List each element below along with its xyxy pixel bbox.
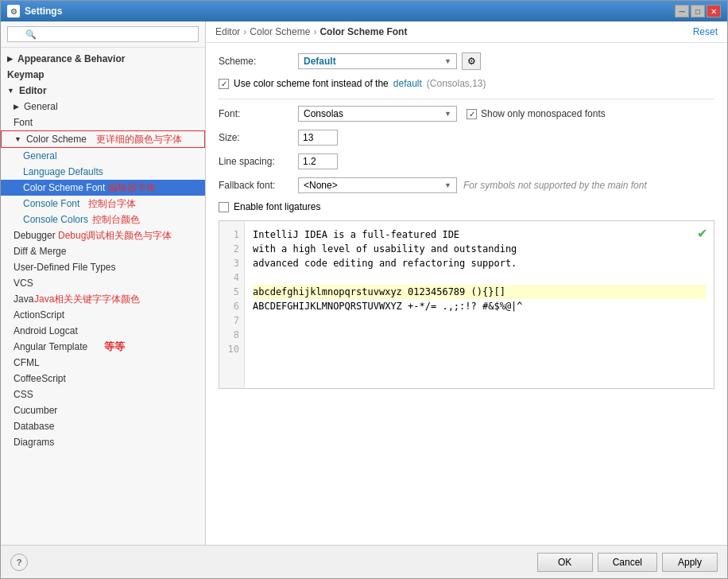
sidebar-item-cucumber[interactable]: Cucumber	[1, 402, 205, 418]
sidebar-label: General	[23, 150, 57, 161]
code-preview: IntelliJ IDEA is a full-featured IDE wit…	[245, 221, 714, 388]
sidebar-label: Font	[14, 117, 33, 128]
sidebar-item-editor[interactable]: ▼ Editor	[1, 83, 205, 99]
sidebar-item-actionscript[interactable]: ActionScript	[1, 307, 205, 323]
sidebar-label: Diagrams	[14, 437, 54, 448]
line-numbers: 1 2 3 4 5 6 7 8 10	[219, 221, 245, 388]
search-input[interactable]	[7, 26, 199, 42]
sidebar-item-debugger[interactable]: Debugger Debug调试相关颜色与字体	[1, 227, 205, 243]
sidebar-item-keymap[interactable]: Keymap	[1, 67, 205, 83]
ligatures-checkbox[interactable]	[219, 202, 229, 212]
line-num: 3	[224, 256, 239, 270]
sidebar-item-console-font[interactable]: Console Font 控制台字体	[1, 196, 205, 212]
font-dropdown[interactable]: Consolas ▼	[298, 106, 457, 122]
breadcrumb-sep1: ›	[243, 26, 246, 37]
title-bar: ⚙ Settings ─ □ ✕	[1, 1, 727, 21]
settings-icon: ⚙	[7, 5, 20, 17]
footer: ? OK Cancel Apply	[1, 545, 727, 578]
fallback-label: Fallback font:	[219, 180, 298, 191]
preview-area: ✔ 1 2 3 4 5 6 7 8 10	[219, 220, 714, 389]
annotation-java: Java相关关键字字体颜色	[34, 293, 140, 306]
line-spacing-row: Line spacing:	[219, 153, 714, 169]
font-row: Font: Consolas ▼ Show only monospaced fo…	[219, 106, 714, 122]
sidebar-item-console-colors[interactable]: Console Colors 控制台颜色	[1, 212, 205, 227]
sidebar-item-coffeescript[interactable]: CoffeeScript	[1, 371, 205, 387]
sidebar-item-css[interactable]: CSS	[1, 387, 205, 402]
breadcrumb-editor: Editor	[215, 26, 240, 37]
apply-button[interactable]: Apply	[662, 553, 718, 572]
sidebar-label: Editor	[19, 85, 47, 96]
sidebar-label: Angular Template	[14, 341, 87, 352]
sidebar-item-cfml[interactable]: CFML	[1, 355, 205, 371]
line-num: 1	[224, 227, 239, 242]
ok-button[interactable]: OK	[537, 553, 593, 572]
help-button[interactable]: ?	[10, 554, 28, 571]
minimize-button[interactable]: ─	[675, 5, 689, 17]
code-line-1: IntelliJ IDEA is a full-featured IDE	[253, 227, 706, 242]
cancel-button[interactable]: Cancel	[598, 553, 657, 572]
maximize-button[interactable]: □	[691, 5, 705, 17]
ligatures-row: Enable font ligatures	[219, 201, 714, 212]
sidebar-item-color-scheme-font[interactable]: Color Scheme Font 编辑器字体	[1, 180, 205, 196]
sidebar-label: VCS	[14, 278, 33, 289]
sidebar-item-appearance[interactable]: ▶ Appearance & Behavior	[1, 51, 205, 67]
sidebar-label: General	[24, 101, 58, 112]
arrow-icon: ▼	[7, 87, 14, 95]
sidebar-item-general[interactable]: ▶ General	[1, 99, 205, 115]
search-box	[1, 21, 205, 48]
line-num: 6	[224, 299, 239, 313]
sidebar: ▶ Appearance & Behavior Keymap ▼ Editor …	[1, 21, 206, 545]
sidebar-item-color-scheme[interactable]: ▼ Color Scheme	[1, 130, 205, 148]
sidebar-item-android-logcat[interactable]: Android Logcat	[1, 323, 205, 339]
reset-link[interactable]: Reset	[693, 26, 718, 37]
sidebar-item-font[interactable]: Font	[1, 115, 205, 130]
sidebar-label: CoffeeScript	[14, 373, 66, 384]
sidebar-item-language-defaults[interactable]: Language Defaults	[1, 164, 205, 180]
sidebar-label: Console Font	[23, 198, 79, 209]
use-color-scheme-font-label: Use color scheme font instead of the	[234, 78, 389, 89]
show-monospaced-label: Show only monospaced fonts	[481, 108, 606, 119]
sidebar-item-cs-general[interactable]: General	[1, 148, 205, 164]
sidebar-label: Java	[14, 293, 33, 305]
annotation-debugger: Debug调试相关颜色与字体	[58, 229, 172, 243]
fallback-hint: For symbols not supported by the main fo…	[463, 180, 647, 191]
line-spacing-input[interactable]	[298, 153, 338, 169]
show-monospaced-checkbox[interactable]	[467, 109, 477, 119]
sidebar-item-database[interactable]: Database	[1, 418, 205, 434]
sidebar-item-diagrams[interactable]: Diagrams	[1, 434, 205, 450]
sidebar-label: User-Defined File Types	[14, 262, 116, 273]
line-num: 8	[224, 328, 239, 342]
sidebar-label: CFML	[14, 357, 40, 368]
arrow-icon: ▼	[14, 135, 21, 143]
use-color-scheme-font-checkbox[interactable]	[219, 79, 229, 89]
sidebar-label: Debugger	[14, 230, 56, 241]
ok-check-icon: ✔	[697, 226, 707, 241]
arrow-icon: ▶	[7, 55, 13, 63]
default-link[interactable]: default	[393, 78, 422, 89]
scheme-label: Scheme:	[219, 56, 298, 67]
size-label: Size:	[219, 132, 298, 143]
sidebar-item-java[interactable]: Java Java相关关键字字体颜色	[1, 291, 205, 307]
size-input[interactable]	[298, 130, 338, 146]
code-line-9	[253, 342, 706, 356]
line-spacing-label: Line spacing:	[219, 156, 298, 167]
line-num: 2	[224, 242, 239, 256]
sidebar-label: Keymap	[7, 69, 45, 80]
dropdown-arrow-icon: ▼	[444, 57, 451, 65]
sidebar-item-vcs[interactable]: VCS	[1, 275, 205, 291]
size-row: Size:	[219, 130, 714, 146]
annotation-csf: 编辑器字体	[108, 181, 156, 195]
scheme-dropdown[interactable]: Default ▼	[298, 53, 457, 69]
breadcrumb-current: Color Scheme Font	[319, 26, 407, 37]
fallback-dropdown[interactable]: <None> ▼	[298, 177, 457, 193]
code-line-8	[253, 328, 706, 342]
sidebar-item-angular-template[interactable]: Angular Template 等等	[1, 339, 205, 355]
arrow-icon: ▶	[14, 103, 19, 111]
sidebar-item-user-defined[interactable]: User-Defined File Types	[1, 259, 205, 275]
sidebar-label: Color Scheme Font	[23, 182, 105, 193]
close-button[interactable]: ✕	[707, 5, 721, 17]
breadcrumb: Editor › Color Scheme › Color Scheme Fon…	[215, 26, 407, 37]
sidebar-item-diff-merge[interactable]: Diff & Merge	[1, 243, 205, 259]
scheme-gear-button[interactable]: ⚙	[462, 52, 481, 70]
sidebar-label: CSS	[14, 389, 33, 400]
